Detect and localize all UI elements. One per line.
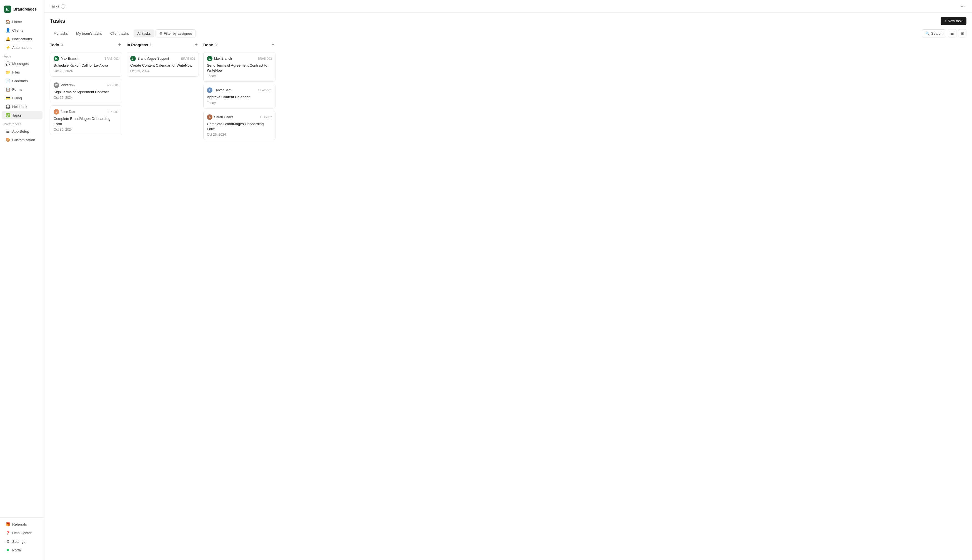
contracts-icon: 📄 <box>5 78 10 83</box>
column-title-in-progress: In Progress <box>127 43 148 47</box>
card-title: Approve Content Calendar <box>207 95 272 100</box>
new-task-button[interactable]: + New task <box>940 17 967 25</box>
card-header: b. Max Branch BRA5-002 <box>53 56 119 61</box>
sidebar-item-home[interactable]: 🏠 Home <box>2 17 42 26</box>
card-id: LEX-002 <box>260 115 272 119</box>
card-id: BRA5-001 <box>181 57 195 60</box>
task-card-bra5-002[interactable]: b. Max Branch BRA5-002 Schedule Kickoff … <box>50 52 122 77</box>
sidebar-item-tasks[interactable]: ✅ Tasks <box>2 111 42 119</box>
sidebar-item-customization[interactable]: 🎨 Customization <box>2 136 42 144</box>
task-card-bra5-001[interactable]: b. BrandMages Support BRA5-001 Create Co… <box>127 52 199 77</box>
brand-name: BrandMages <box>13 7 37 12</box>
card-date: Oct 25, 2024 <box>53 96 119 100</box>
brand-logo[interactable]: b. BrandMages <box>0 3 44 17</box>
tab-my-tasks[interactable]: My tasks <box>50 29 71 37</box>
sidebar-item-files[interactable]: 📁 Files <box>2 68 42 76</box>
topbar-title: Tasks <box>50 4 59 8</box>
add-in-progress-button[interactable]: + <box>194 42 199 48</box>
tab-client-tasks[interactable]: Client tasks <box>107 29 132 37</box>
tab-all-tasks[interactable]: All tasks <box>134 29 154 37</box>
task-card-wri-001[interactable]: W WriteNow WRI-001 Sign Terms of Agreeme… <box>50 79 122 103</box>
sidebar: b. BrandMages 🏠 Home 👤 Clients 🔔 Notific… <box>0 0 44 560</box>
card-assignee: b. Max Branch <box>53 56 78 61</box>
sidebar-item-clients[interactable]: 👤 Clients <box>2 26 42 34</box>
sidebar-item-label: Automations <box>12 45 32 50</box>
sidebar-item-label: Files <box>12 70 20 74</box>
search-label: Search <box>931 32 942 35</box>
column-title-group: In Progress 1 <box>127 43 152 47</box>
tasks-icon: ✅ <box>5 113 10 117</box>
card-assignee: b. BrandMages Support <box>130 56 169 61</box>
apps-section-label: Apps <box>0 52 44 59</box>
card-header: b. Max Branch BRA5-003 <box>207 56 272 61</box>
add-done-button[interactable]: + <box>270 42 276 48</box>
sidebar-item-label: Contracts <box>12 79 28 83</box>
column-title-group: Done 3 <box>203 43 217 47</box>
avatar: b. <box>207 56 212 61</box>
grid-view-button[interactable]: ⊞ <box>958 29 967 37</box>
column-header-done: Done 3 + <box>203 41 276 50</box>
assignee-name: Max Branch <box>61 57 78 60</box>
sidebar-item-settings[interactable]: ⚙ Settings <box>2 537 42 545</box>
column-header-todo: Todo 3 + <box>50 41 122 50</box>
card-date: Today <box>207 74 272 78</box>
assignee-name: Trevor Bern <box>214 88 232 92</box>
task-card-bla2-001[interactable]: T Trevor Bern BLA2-001 Approve Content C… <box>203 84 276 108</box>
sidebar-item-billing[interactable]: 💳 Billing <box>2 94 42 102</box>
list-view-button[interactable]: ☰ <box>948 29 957 37</box>
assignee-name: BrandMages Support <box>137 57 169 60</box>
sidebar-item-label: App Setup <box>12 129 29 133</box>
column-title-group: Todo 3 <box>50 43 63 47</box>
column-in-progress: In Progress 1 + b. BrandMages Support BR… <box>127 41 199 555</box>
sidebar-item-forms[interactable]: 📋 Forms <box>2 85 42 93</box>
card-date: Today <box>207 101 272 105</box>
app-setup-icon: ☰ <box>5 129 10 133</box>
tabs-left: My tasks My team's tasks Client tasks Al… <box>50 29 196 37</box>
sidebar-item-label: Portal <box>12 548 22 552</box>
add-todo-button[interactable]: + <box>117 42 122 48</box>
sidebar-item-notifications[interactable]: 🔔 Notifications <box>2 35 42 43</box>
portal-dot-icon <box>5 548 10 552</box>
task-card-lex-001[interactable]: J Jane Doe LEX-001 Complete BrandMages O… <box>50 105 122 135</box>
billing-icon: 💳 <box>5 96 10 100</box>
sidebar-item-label: Tasks <box>12 113 22 117</box>
preferences-section-label: Preferences <box>0 120 44 127</box>
sidebar-item-contracts[interactable]: 📄 Contracts <box>2 77 42 85</box>
sidebar-item-automations[interactable]: ⚡ Automations <box>2 43 42 52</box>
search-button[interactable]: 🔍 Search <box>922 29 946 37</box>
card-header: b. BrandMages Support BRA5-001 <box>130 56 195 61</box>
sidebar-item-messages[interactable]: 💬 Messages <box>2 59 42 68</box>
card-assignee: b. Max Branch <box>207 56 232 61</box>
column-count-done: 3 <box>215 43 217 47</box>
sidebar-item-portal[interactable]: Portal <box>2 546 42 554</box>
card-id: BLA2-001 <box>258 88 272 92</box>
sidebar-item-referrals[interactable]: 🎁 Referrals <box>2 520 42 528</box>
assignee-name: WriteNow <box>61 83 75 87</box>
tabs-right: 🔍 Search ☰ ⊞ <box>922 29 967 37</box>
sidebar-item-label: Helpdesk <box>12 105 27 109</box>
sidebar-item-helpdesk[interactable]: 🎧 Helpdesk <box>2 102 42 111</box>
card-id: BRA5-003 <box>258 57 272 60</box>
task-card-lex-002[interactable]: S Sarah Cadet LEX-002 Complete BrandMage… <box>203 111 276 140</box>
sidebar-item-app-setup[interactable]: ☰ App Setup <box>2 127 42 135</box>
forms-icon: 📋 <box>5 87 10 92</box>
sidebar-item-label: Home <box>12 20 22 24</box>
card-assignee: W WriteNow <box>53 82 75 88</box>
avatar: S <box>207 114 212 120</box>
card-header: T Trevor Bern BLA2-001 <box>207 87 272 93</box>
card-id: WRI-001 <box>107 83 119 87</box>
tab-my-teams-tasks[interactable]: My team's tasks <box>72 29 105 37</box>
sidebar-item-label: Billing <box>12 96 22 100</box>
search-icon: 🔍 <box>925 32 930 35</box>
more-options-button[interactable]: ··· <box>959 3 967 10</box>
kanban-board: Todo 3 + b. Max Branch BRA5-002 Schedule… <box>44 41 972 560</box>
card-title: Send Terms of Agreement Contract to Writ… <box>207 63 272 73</box>
column-header-in-progress: In Progress 1 + <box>127 41 199 50</box>
task-card-bra5-003[interactable]: b. Max Branch BRA5-003 Send Terms of Agr… <box>203 52 276 82</box>
info-icon[interactable]: i <box>61 4 65 8</box>
filter-by-assignee-button[interactable]: ⚙ Filter by assignee <box>155 29 196 37</box>
card-assignee: J Jane Doe <box>53 109 75 115</box>
sidebar-nav-main: 🏠 Home 👤 Clients 🔔 Notifications ⚡ Autom… <box>0 17 44 52</box>
card-date: Oct 30, 2024 <box>53 128 119 132</box>
sidebar-item-help-center[interactable]: ❓ Help Center <box>2 528 42 537</box>
